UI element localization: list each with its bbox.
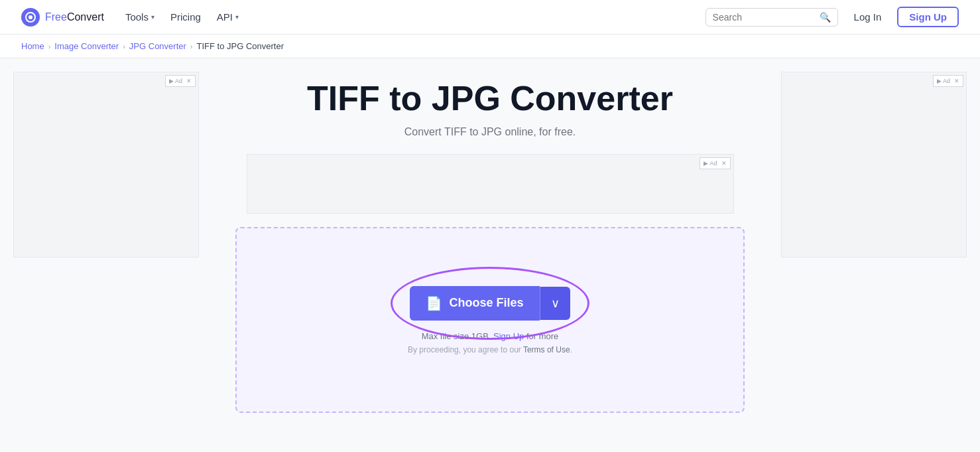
- chevron-down-icon: ∨: [551, 296, 560, 311]
- breadcrumb-home[interactable]: Home: [21, 41, 44, 51]
- upload-signup-link[interactable]: Sign Up: [493, 331, 524, 341]
- ad-box-right: ▶ Ad ✕: [781, 72, 967, 258]
- nav-tools[interactable]: Tools ▾: [125, 11, 154, 23]
- search-input[interactable]: [713, 12, 814, 23]
- ad-triangle-icon: ▶: [169, 78, 174, 84]
- chevron-down-icon: ▾: [235, 13, 239, 21]
- sidebar-right: ▶ Ad ✕: [768, 58, 980, 444]
- upload-terms: By proceeding, you agree to our Terms of…: [408, 345, 572, 354]
- nav-api[interactable]: API ▾: [217, 11, 239, 23]
- search-icon: 🔍: [820, 12, 831, 23]
- ad-badge-right: ▶ Ad ✕: [933, 75, 963, 87]
- breadcrumb-separator: ›: [123, 42, 125, 50]
- ad-badge-content: ▶ Ad ✕: [700, 157, 730, 169]
- header-right: 🔍 Log In Sign Up: [705, 7, 959, 27]
- terms-link[interactable]: Terms of Use: [523, 345, 570, 354]
- chevron-down-icon: ▾: [151, 13, 154, 21]
- choose-files-dropdown-button[interactable]: ∨: [540, 287, 570, 320]
- choose-files-wrapper: 📄 Choose Files ∨: [410, 286, 570, 321]
- content-area: TIFF to JPG Converter Convert TIFF to JP…: [212, 58, 768, 444]
- breadcrumb-image-converter[interactable]: Image Converter: [54, 41, 119, 51]
- ad-box-left: ▶ Ad ✕: [13, 72, 199, 258]
- breadcrumb-jpg-converter[interactable]: JPG Converter: [129, 41, 186, 51]
- sidebar-left: ▶ Ad ✕: [0, 58, 212, 444]
- file-upload-icon: 📄: [426, 295, 442, 311]
- main-layout: ▶ Ad ✕ TIFF to JPG Converter Convert TIF…: [0, 58, 980, 444]
- search-container[interactable]: 🔍: [705, 8, 838, 27]
- breadcrumb-separator: ›: [190, 42, 193, 50]
- header: FreeConvert Tools ▾ Pricing API ▾ 🔍 Log …: [0, 0, 980, 35]
- ad-triangle-icon: ▶: [704, 160, 708, 167]
- ad-badge-left: ▶ Ad ✕: [165, 75, 196, 87]
- signup-button[interactable]: Sign Up: [897, 7, 959, 27]
- upload-area[interactable]: 📄 Choose Files ∨ Max file size 1GB. Sign…: [235, 227, 745, 413]
- page-title: TIFF to JPG Converter: [307, 78, 673, 118]
- upload-info: Max file size 1GB. Sign Up for more: [422, 331, 559, 341]
- svg-point-1: [29, 15, 32, 19]
- close-icon[interactable]: ✕: [186, 78, 192, 84]
- close-icon[interactable]: ✕: [954, 78, 959, 84]
- nav-pricing[interactable]: Pricing: [170, 11, 201, 23]
- logo-icon: [21, 8, 40, 27]
- page-subtitle: Convert TIFF to JPG online, for free.: [404, 126, 576, 138]
- login-button[interactable]: Log In: [846, 7, 890, 27]
- content-ad-box: ▶ Ad ✕: [247, 154, 734, 214]
- breadcrumb: Home › Image Converter › JPG Converter ›…: [0, 35, 980, 58]
- logo[interactable]: FreeConvert: [21, 8, 104, 27]
- breadcrumb-separator: ›: [48, 42, 51, 50]
- breadcrumb-current: TIFF to JPG Converter: [197, 41, 284, 51]
- close-icon[interactable]: ✕: [721, 160, 727, 167]
- choose-files-button[interactable]: 📄 Choose Files: [410, 286, 539, 321]
- main-nav: Tools ▾ Pricing API ▾: [125, 11, 684, 23]
- ad-triangle-icon: ▶: [937, 78, 942, 84]
- logo-text: FreeConvert: [45, 11, 104, 23]
